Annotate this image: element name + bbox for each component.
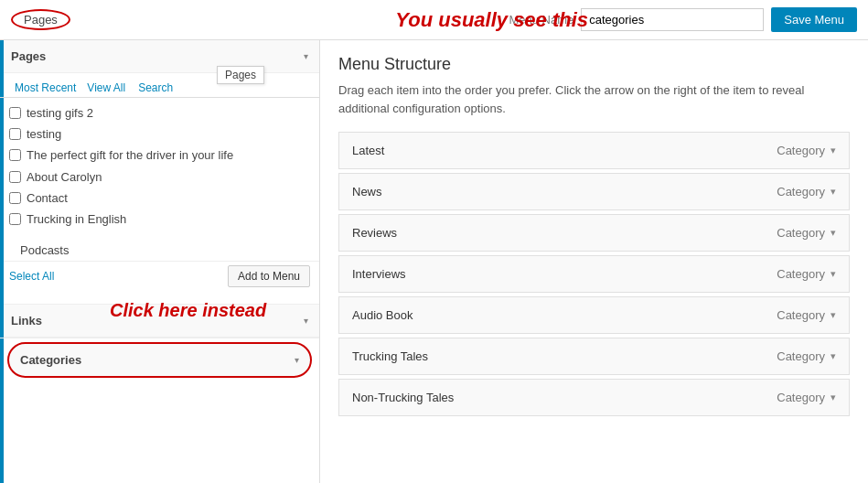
perfect-gift-label: The perfect gift for the driver in your … [27,147,233,164]
trucking-in-english-checkbox[interactable] [9,213,21,225]
menu-item-arrow-icon[interactable]: ▾ [830,309,836,321]
menu-item-name: Reviews [352,226,397,240]
list-item: About Carolyn [9,169,310,186]
list-item: Contact [9,190,310,207]
categories-section: Categories ▾ Click here instead [0,338,319,378]
pages-section: Pages ▾ Most Recent View All Pages Searc… [0,40,319,304]
menu-item-type: Category [777,391,825,404]
menu-item-name: Audio Book [352,308,413,322]
pages-search-tooltip: Pages [217,66,264,84]
menu-item[interactable]: Non-Trucking Tales Category ▾ [338,379,850,416]
menu-item-arrow-icon[interactable]: ▾ [830,350,836,362]
tab-search[interactable]: Search [133,79,178,97]
categories-section-header[interactable]: Categories ▾ [7,342,312,378]
menu-item-type: Category [777,267,825,281]
menu-item[interactable]: Reviews Category ▾ [338,214,850,252]
menu-item[interactable]: Interviews Category ▾ [338,255,850,293]
pages-list: testing gifs 2 testing The perfect gift … [0,98,319,240]
menu-item-right: Category ▾ [777,226,836,240]
testing-checkbox[interactable] [9,128,21,140]
trucking-in-english-label: Trucking in English [27,211,126,228]
top-annotation: You usually see this [395,8,588,32]
menu-item-arrow-icon[interactable]: ▾ [830,145,836,156]
menu-item-right: Category ▾ [777,349,836,363]
right-panel: Menu Structure Drag each item into the o… [320,40,868,483]
menu-item-type: Category [777,349,825,363]
contact-checkbox[interactable] [9,192,21,204]
left-accent-bar [0,40,4,483]
menu-item-type: Category [777,144,825,157]
menu-item-type: Category [777,226,825,240]
menu-item-name: Latest [352,144,384,157]
testing-gifs-2-checkbox[interactable] [9,107,21,119]
menu-item-name: Interviews [352,267,406,281]
pages-section-label: Pages [11,49,46,63]
list-item: The perfect gift for the driver in your … [9,147,310,164]
menu-item[interactable]: News Category ▾ [338,173,850,210]
menu-item-right: Category ▾ [777,185,836,199]
menu-item-arrow-icon[interactable]: ▾ [830,186,836,198]
testing-gifs-2-label: testing gifs 2 [27,105,93,122]
categories-section-label: Categories [20,353,81,367]
about-carolyn-label: About Carolyn [27,169,102,186]
menu-item-name: Non-Trucking Tales [352,391,454,404]
menu-item-name: News [352,185,382,199]
pages-tabs-row: Most Recent View All Pages Search [0,73,319,98]
main-content: Pages ▾ Most Recent View All Pages Searc… [0,40,868,483]
menu-item[interactable]: Latest Category ▾ [338,132,850,169]
left-panel: Pages ▾ Most Recent View All Pages Searc… [0,40,320,483]
menu-item[interactable]: Audio Book Category ▾ [338,296,850,334]
perfect-gift-checkbox[interactable] [9,149,21,161]
links-chevron-icon: ▾ [304,316,308,326]
pages-chevron-icon: ▾ [304,51,308,61]
menu-item-arrow-icon[interactable]: ▾ [830,227,836,239]
podcasts-row: Podcasts [0,240,319,262]
menu-name-input[interactable] [581,8,764,31]
list-item: testing gifs 2 [9,105,310,122]
menu-structure-title: Menu Structure [338,55,850,74]
menu-item-type: Category [777,185,825,199]
menu-item-right: Category ▾ [777,308,836,322]
list-item: testing [9,126,310,143]
menu-item-name: Trucking Tales [352,349,428,363]
add-to-menu-button[interactable]: Add to Menu [228,265,310,287]
select-all-link[interactable]: Select All [9,270,54,283]
menu-item[interactable]: Trucking Tales Category ▾ [338,338,850,375]
tab-most-recent[interactable]: Most Recent [9,79,81,97]
menu-structure-desc: Drag each item into the order you prefer… [338,81,850,117]
menu-items-list: Latest Category ▾ News Category ▾ Review… [338,132,850,416]
save-menu-button[interactable]: Save Menu [771,7,857,32]
top-bar: Pages You usually see this Menu Name Sav… [0,0,868,40]
menu-item-arrow-icon[interactable]: ▾ [830,268,836,280]
tab-view-all[interactable]: View All [81,79,131,97]
menu-item-type: Category [777,308,825,322]
menu-item-arrow-icon[interactable]: ▾ [830,392,836,403]
menu-item-right: Category ▾ [777,267,836,281]
list-item: Trucking in English [9,211,310,228]
menu-item-right: Category ▾ [777,144,836,157]
pages-actions: Select All Add to Menu [0,262,319,295]
click-annotation: Click here instead [110,300,266,321]
about-carolyn-checkbox[interactable] [9,171,21,183]
testing-label: testing [27,126,61,143]
categories-chevron-icon: ▾ [295,355,299,365]
links-section-label: Links [11,314,42,327]
menu-item-right: Category ▾ [777,391,836,404]
contact-label: Contact [27,190,68,207]
pages-section-header[interactable]: Pages ▾ [0,40,319,73]
pages-circled-label: Pages [11,9,70,30]
